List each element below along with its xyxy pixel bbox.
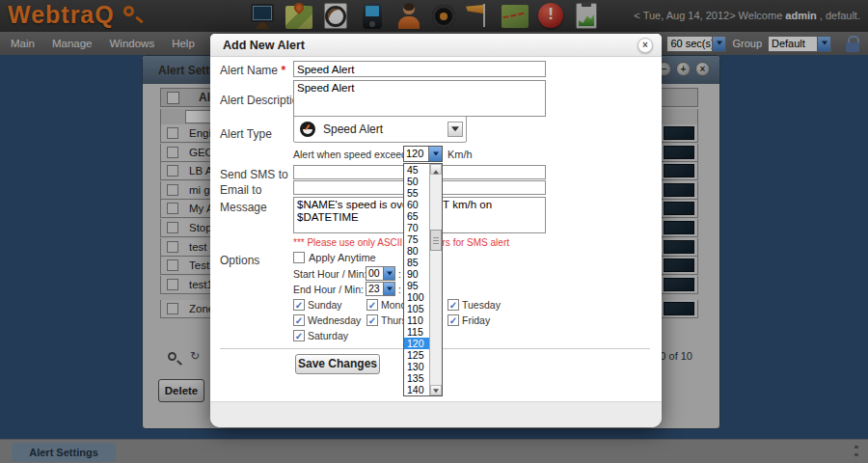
checkbox-icon: ✓ xyxy=(448,299,459,311)
chevron-down-icon[interactable] xyxy=(448,122,463,137)
checkbox-icon: ✓ xyxy=(293,299,305,311)
day-checkbox-tuesday[interactable]: ✓Tuesday xyxy=(448,297,554,313)
speed-option[interactable]: 90 xyxy=(404,268,429,280)
start-hour-select[interactable]: 00 xyxy=(366,266,395,281)
speed-option[interactable]: 130 xyxy=(404,361,429,372)
message-label: Message xyxy=(220,201,267,214)
close-icon[interactable]: × xyxy=(637,38,653,53)
save-changes-button[interactable]: Save Changes xyxy=(295,354,380,374)
end-hour-select[interactable]: 23 xyxy=(366,282,395,296)
alert-type-select[interactable]: Speed Alert xyxy=(293,116,467,143)
speed-option[interactable]: 60 xyxy=(404,199,429,210)
checkbox-icon xyxy=(293,252,305,263)
speedometer-icon xyxy=(300,122,315,137)
end-time-label: End Hour / Min: xyxy=(293,284,363,295)
scroll-down-icon[interactable] xyxy=(430,385,442,395)
day-checkbox-wednesday[interactable]: ✓Wednesday xyxy=(293,313,359,328)
speed-option[interactable]: 85 xyxy=(404,257,429,268)
speed-option[interactable]: 75 xyxy=(404,233,429,245)
modal-title: Add New Alert xyxy=(223,39,305,52)
modal-header: Add New Alert × xyxy=(210,34,662,57)
scroll-up-icon[interactable] xyxy=(430,164,442,175)
speed-dropdown-list: 4550556065707580859095100105110115120125… xyxy=(403,163,443,396)
chevron-down-icon[interactable] xyxy=(428,147,442,161)
speed-option[interactable]: 105 xyxy=(404,303,429,314)
checkbox-icon: ✓ xyxy=(293,330,305,341)
dropdown-scrollbar[interactable] xyxy=(429,164,442,395)
checkbox-icon: ✓ xyxy=(366,299,378,311)
speed-option[interactable]: 120 xyxy=(404,338,429,349)
speed-option[interactable]: 55 xyxy=(404,187,429,199)
speed-select[interactable]: 120 xyxy=(403,146,443,162)
checkbox-icon: ✓ xyxy=(293,314,305,326)
speed-option[interactable]: 50 xyxy=(404,176,429,187)
modal-footer xyxy=(210,401,662,427)
scroll-thumb[interactable] xyxy=(430,230,442,251)
chevron-down-icon[interactable] xyxy=(383,267,394,280)
day-checkbox-saturday[interactable]: ✓Saturday xyxy=(293,328,359,343)
speed-option[interactable]: 125 xyxy=(404,349,429,361)
alert-name-input[interactable] xyxy=(293,61,546,77)
speed-option[interactable]: 100 xyxy=(404,291,429,303)
speed-option[interactable]: 65 xyxy=(404,210,429,222)
chevron-down-icon[interactable] xyxy=(383,283,394,295)
speed-option[interactable]: 140 xyxy=(404,384,429,395)
speed-options: 4550556065707580859095100105110115120125… xyxy=(404,164,429,395)
speed-option[interactable]: 95 xyxy=(404,280,429,291)
start-time-label: Start Hour / Min: xyxy=(293,268,363,280)
speed-option[interactable]: 70 xyxy=(404,222,429,233)
add-alert-modal: Add New Alert × Alert Name * Alert Descr… xyxy=(210,34,662,427)
send-sms-label: Send SMS to xyxy=(220,168,288,181)
apply-anytime-checkbox[interactable]: Apply Anytime xyxy=(293,252,376,263)
checkbox-icon: ✓ xyxy=(448,314,459,326)
app: WebtraQ < Tue, Aug 14, 2012> Welcome adm… xyxy=(0,0,868,463)
alert-type-value: Speed Alert xyxy=(323,123,383,136)
speed-option[interactable]: 135 xyxy=(404,372,429,384)
speed-exceeds-label: Alert when speed exceeds xyxy=(293,149,412,160)
options-label: Options xyxy=(220,254,259,267)
ascii-note: *** Please use only ASCII characters for… xyxy=(293,237,509,248)
email-label: Email to xyxy=(220,183,261,197)
speed-option[interactable]: 115 xyxy=(404,326,429,338)
alert-type-label: Alert Type xyxy=(220,127,272,141)
day-checkbox-friday[interactable]: ✓Friday xyxy=(448,313,554,328)
speed-option[interactable]: 110 xyxy=(404,314,429,326)
speed-option[interactable]: 80 xyxy=(404,245,429,257)
alert-description-textarea[interactable]: Speed Alert xyxy=(293,80,546,117)
alert-name-label: Alert Name * xyxy=(220,64,285,77)
checkbox-icon: ✓ xyxy=(366,314,378,326)
speed-unit-label: Km/h xyxy=(448,149,473,160)
speed-option[interactable]: 45 xyxy=(404,164,429,176)
day-checkbox-sunday[interactable]: ✓Sunday xyxy=(293,297,359,313)
